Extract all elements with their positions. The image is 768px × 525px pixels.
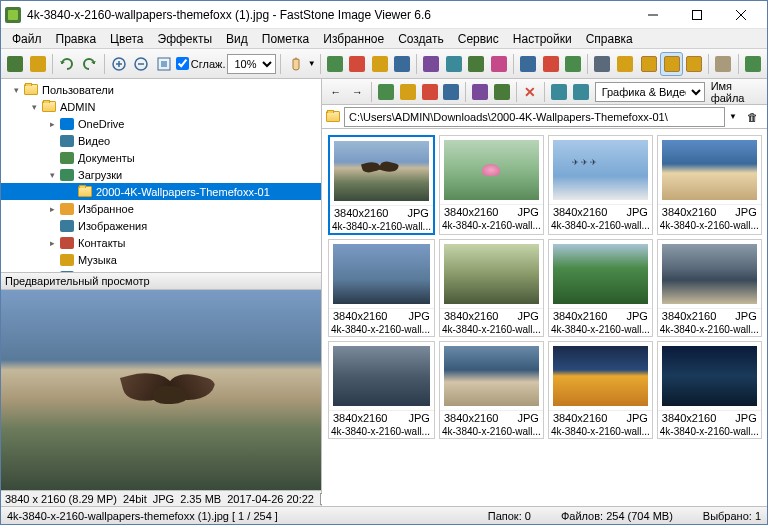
tree-item[interactable]: 2000-4K-Wallpapers-Themefoxx-01 — [1, 183, 321, 200]
expander-icon[interactable]: ▸ — [45, 119, 59, 129]
rt1[interactable] — [376, 81, 396, 103]
thumbnail[interactable]: 3840x2160JPG4k-3840-x-2160-wall... — [548, 341, 653, 439]
menu-Цвета[interactable]: Цвета — [103, 30, 150, 48]
close-button[interactable] — [719, 1, 763, 29]
settings-button[interactable] — [713, 53, 733, 75]
rt7[interactable] — [549, 81, 569, 103]
menu-Сервис[interactable]: Сервис — [451, 30, 506, 48]
menu-Эффекты[interactable]: Эффекты — [151, 30, 220, 48]
thumbnail[interactable]: 3840x2160JPG4k-3840-x-2160-wall... — [657, 341, 762, 439]
tree-item[interactable]: Видео — [1, 132, 321, 149]
save-button[interactable] — [27, 53, 47, 75]
tree-label: OneDrive — [78, 118, 124, 130]
menu-Создать[interactable]: Создать — [391, 30, 451, 48]
tree-label: Контакты — [78, 237, 126, 249]
tb-ic7[interactable] — [466, 53, 486, 75]
expander-icon[interactable]: ▸ — [45, 204, 59, 214]
tree-label: Загрузки — [78, 169, 122, 181]
tb-ic8[interactable] — [489, 53, 509, 75]
menu-Пометка[interactable]: Пометка — [255, 30, 317, 48]
redo-button[interactable] — [79, 53, 99, 75]
info-depth: 24bit — [123, 493, 147, 505]
tree-item[interactable]: ▸OneDrive — [1, 115, 321, 132]
view1-button[interactable] — [639, 53, 659, 75]
tb-ic1[interactable] — [325, 53, 345, 75]
tb-ic11[interactable] — [563, 53, 583, 75]
thumbnail[interactable]: 3840x2160JPG4k-3840-x-2160-wall... — [328, 239, 435, 337]
tree-item[interactable]: ▾Загрузки — [1, 166, 321, 183]
tree-item[interactable]: Музыка — [1, 251, 321, 268]
tb-ic5[interactable] — [421, 53, 441, 75]
thumbnail[interactable]: 3840x2160JPG4k-3840-x-2160-wall... — [439, 341, 544, 439]
thumbnail[interactable]: 3840x2160JPG4k-3840-x-2160-wall... — [548, 239, 653, 337]
expander-icon[interactable]: ▾ — [27, 102, 41, 112]
maximize-button[interactable] — [675, 1, 719, 29]
view3-button[interactable] — [684, 53, 704, 75]
hand-tool-button[interactable] — [285, 53, 305, 75]
thumbnail[interactable]: 3840x2160JPG4k-3840-x-2160-wall... — [328, 135, 435, 235]
tb-ic4[interactable] — [392, 53, 412, 75]
fullscreen-button[interactable] — [742, 53, 762, 75]
tree-item[interactable]: ▾Пользователи — [1, 81, 321, 98]
thumbnail-grid[interactable]: 3840x2160JPG4k-3840-x-2160-wall...3840x2… — [322, 129, 767, 506]
tb-ic2[interactable] — [347, 53, 367, 75]
path-delete-button[interactable]: 🗑 — [741, 106, 763, 128]
image-icon — [59, 219, 75, 233]
rt2[interactable] — [398, 81, 418, 103]
fit-button[interactable] — [153, 53, 173, 75]
forward-button[interactable]: → — [348, 81, 368, 103]
expander-icon[interactable]: ▸ — [45, 238, 59, 248]
smooth-checkbox[interactable]: Сглаж. — [176, 57, 226, 70]
tb-ic10[interactable] — [540, 53, 560, 75]
menu-Справка[interactable]: Справка — [579, 30, 640, 48]
right-panel: ← → ✕ Графика & Видео Имя файла ▼ 🗑 384 — [322, 79, 767, 506]
acquire-button[interactable] — [5, 53, 25, 75]
tree-item[interactable]: Изображения — [1, 217, 321, 234]
zoom-out-button[interactable] — [131, 53, 151, 75]
thumbnail[interactable]: 3840x2160JPG4k-3840-x-2160-wall... — [657, 239, 762, 337]
tree-item[interactable]: ▾ADMIN — [1, 98, 321, 115]
tb-ic6[interactable] — [444, 53, 464, 75]
tb-ic3[interactable] — [370, 53, 390, 75]
thumbnail[interactable]: 3840x2160JPG4k-3840-x-2160-wall... — [439, 239, 544, 337]
expander-icon[interactable]: ▾ — [9, 85, 23, 95]
app-icon — [5, 7, 21, 23]
tree-item[interactable]: ▸Контакты — [1, 234, 321, 251]
filename-field-label: Имя файла — [711, 80, 763, 104]
email-button[interactable] — [614, 53, 634, 75]
tb-ic9[interactable] — [518, 53, 538, 75]
menu-Файл[interactable]: Файл — [5, 30, 49, 48]
back-button[interactable]: ← — [326, 81, 346, 103]
minimize-button[interactable] — [631, 1, 675, 29]
view2-button[interactable] — [661, 53, 681, 75]
rt3[interactable] — [420, 81, 440, 103]
menu-Избранное[interactable]: Избранное — [316, 30, 391, 48]
zoom-in-button[interactable] — [109, 53, 129, 75]
delete-button[interactable]: ✕ — [521, 81, 541, 103]
menu-Правка[interactable]: Правка — [49, 30, 104, 48]
rt8[interactable] — [571, 81, 591, 103]
rt4[interactable] — [442, 81, 462, 103]
zoom-combo[interactable]: 10% — [227, 54, 276, 74]
menu-Вид[interactable]: Вид — [219, 30, 255, 48]
rt6[interactable] — [492, 81, 512, 103]
tree-item[interactable]: ▸Избранное — [1, 200, 321, 217]
thumbnail[interactable]: 3840x2160JPG4k-3840-x-2160-wall... — [439, 135, 544, 235]
path-input[interactable] — [344, 107, 725, 127]
cloud-icon — [59, 117, 75, 131]
download-icon — [59, 168, 75, 182]
tree-item[interactable]: Документы — [1, 149, 321, 166]
preview-pane[interactable] — [1, 290, 321, 490]
folder-icon — [41, 100, 57, 114]
print-button[interactable] — [592, 53, 612, 75]
undo-button[interactable] — [57, 53, 77, 75]
tree-label: Документы — [78, 152, 135, 164]
expander-icon[interactable]: ▾ — [45, 170, 59, 180]
filter-combo[interactable]: Графика & Видео — [595, 82, 705, 102]
thumbnail[interactable]: ✈ ✈ ✈3840x2160JPG4k-3840-x-2160-wall... — [548, 135, 653, 235]
thumbnail[interactable]: 3840x2160JPG4k-3840-x-2160-wall... — [328, 341, 435, 439]
rt5[interactable] — [470, 81, 490, 103]
thumbnail[interactable]: 3840x2160JPG4k-3840-x-2160-wall... — [657, 135, 762, 235]
folder-tree[interactable]: ▾Пользователи▾ADMIN▸OneDriveВидеоДокумен… — [1, 79, 321, 272]
menu-Настройки[interactable]: Настройки — [506, 30, 579, 48]
